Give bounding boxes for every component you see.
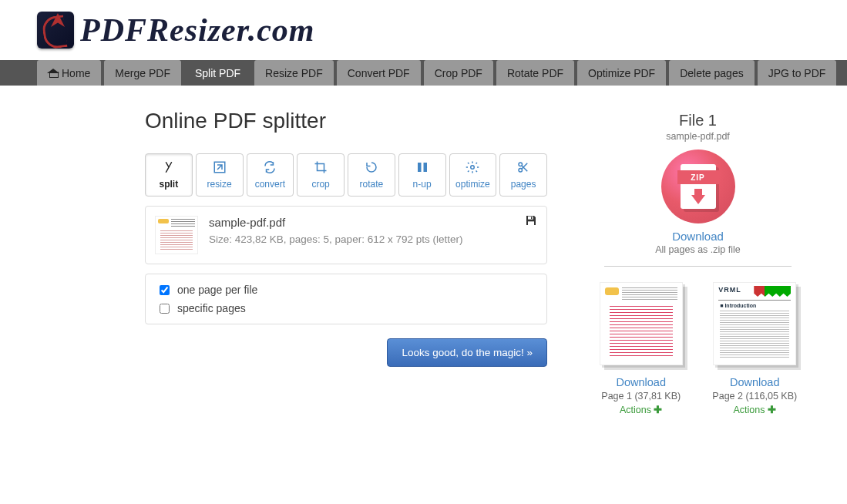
svg-rect-6	[528, 217, 533, 220]
nav-home-label: Home	[62, 67, 90, 79]
option-one-per-file[interactable]: one page per file	[160, 284, 533, 296]
svg-rect-8	[531, 217, 532, 219]
tab-pages[interactable]: pages	[499, 153, 547, 197]
plus-icon: ✚	[654, 405, 662, 415]
result-heading: File 1	[586, 112, 810, 129]
nav-convert-pdf[interactable]: Convert PDF	[337, 60, 421, 86]
nav-optimize-pdf[interactable]: Optimize PDF	[577, 60, 666, 86]
crop-icon	[314, 160, 328, 174]
tool-tabs: split resize convert	[145, 153, 547, 197]
svg-rect-7	[528, 221, 534, 225]
option-specific-pages[interactable]: specific pages	[160, 302, 533, 314]
main-nav: Home Merge PDF Split PDF Resize PDF Conv…	[0, 60, 847, 86]
save-icon[interactable]	[525, 214, 537, 227]
split-icon	[162, 160, 176, 174]
do-magic-button[interactable]: Looks good, do the magic! »	[387, 338, 547, 367]
split-options: one page per file specific pages	[145, 274, 547, 324]
file-thumbnail	[155, 216, 198, 254]
tab-convert[interactable]: convert	[247, 153, 294, 197]
svg-point-3	[471, 166, 475, 170]
nav-rotate-pdf[interactable]: Rotate PDF	[496, 60, 574, 86]
nav-split-pdf[interactable]: Split PDF	[184, 60, 251, 86]
page-1-actions[interactable]: Actions ✚	[593, 404, 689, 415]
tab-rotate[interactable]: rotate	[348, 153, 395, 197]
file-card: sample-pdf.pdf Size: 423,82 KB, pages: 5…	[145, 206, 547, 264]
page-1-thumbnail[interactable]	[600, 282, 683, 365]
nav-jpg-to-pdf[interactable]: JPG to PDF	[758, 60, 837, 86]
plus-icon: ✚	[768, 405, 776, 415]
tab-nup[interactable]: n-up	[398, 153, 446, 197]
header: PDFResizer.com	[0, 0, 847, 60]
nav-resize-pdf[interactable]: Resize PDF	[254, 60, 334, 86]
file-meta: Size: 423,82 KB, pages: 5, paper: 612 x …	[209, 234, 537, 245]
page-title: Online PDF splitter	[145, 109, 547, 133]
nup-icon	[415, 160, 429, 174]
svg-rect-2	[423, 163, 427, 172]
brand-text: PDFResizer.com	[80, 12, 315, 49]
tab-split[interactable]: split	[145, 153, 193, 197]
resize-icon	[213, 160, 227, 174]
checkbox-one-per-file[interactable]	[160, 285, 170, 295]
divider	[604, 266, 792, 267]
file-name: sample-pdf.pdf	[209, 216, 537, 229]
optimize-icon	[466, 160, 479, 174]
nav-delete-pages[interactable]: Delete pages	[669, 60, 755, 86]
checkbox-specific-pages[interactable]	[160, 304, 170, 314]
pages-icon	[516, 160, 530, 174]
nav-merge-pdf[interactable]: Merge PDF	[104, 60, 181, 86]
page-2-download[interactable]: Download	[708, 376, 803, 388]
nav-home[interactable]: Home	[37, 60, 101, 86]
zip-icon: ZIP	[661, 150, 735, 223]
tab-optimize[interactable]: optimize	[449, 153, 497, 197]
page-2-thumbnail[interactable]: VRML ■ Introduction	[713, 282, 796, 365]
logo-icon	[37, 12, 74, 49]
tab-resize[interactable]: resize	[196, 153, 244, 197]
logo[interactable]: PDFResizer.com	[37, 12, 315, 49]
result-filename: sample-pdf.pdf	[586, 131, 810, 142]
tab-crop[interactable]: crop	[297, 153, 345, 197]
page-card-1: Download Page 1 (37,81 KB) Actions ✚	[593, 282, 689, 415]
page-1-download[interactable]: Download	[593, 376, 689, 388]
convert-icon	[263, 160, 277, 174]
svg-rect-1	[418, 163, 422, 172]
results-panel: File 1 sample-pdf.pdf ZIP Download All p…	[586, 109, 810, 415]
nav-crop-pdf[interactable]: Crop PDF	[424, 60, 493, 86]
page-2-actions[interactable]: Actions ✚	[708, 404, 803, 415]
home-icon	[48, 69, 59, 78]
rotate-icon	[365, 160, 378, 174]
page-2-meta: Page 2 (116,05 KB)	[708, 391, 803, 402]
page-1-meta: Page 1 (37,81 KB)	[593, 391, 689, 402]
page-card-2: VRML ■ Introduction Download Page 2 (116…	[708, 282, 803, 415]
download-zip-sub: All pages as .zip file	[586, 244, 810, 255]
download-zip-link[interactable]: Download	[586, 230, 810, 243]
